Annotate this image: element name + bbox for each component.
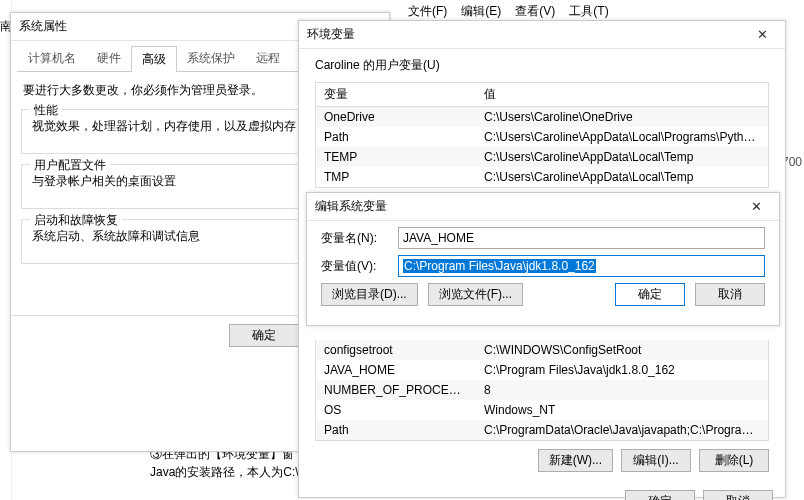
col-val[interactable]: 值 <box>476 83 768 106</box>
browse-file-button[interactable]: 浏览文件(F)... <box>428 283 523 306</box>
menu-view[interactable]: 查看(V) <box>511 2 559 20</box>
edit-title: 编辑系统变量 <box>315 198 387 215</box>
app-menubar: 文件(F) 编辑(E) 查看(V) 工具(T) <box>400 0 617 22</box>
tab-system-protection[interactable]: 系统保护 <box>176 45 246 71</box>
edit-ok-button[interactable]: 确定 <box>615 283 685 306</box>
var-value-label: 变量值(V): <box>321 258 386 275</box>
sys-new-button[interactable]: 新建(W)... <box>538 449 613 472</box>
system-vars-table[interactable]: configsetrootC:\WINDOWS\ConfigSetRootJAV… <box>315 340 769 441</box>
env-titlebar[interactable]: 环境变量 ✕ <box>299 21 785 49</box>
table-row[interactable]: JAVA_HOMEC:\Program Files\Java\jdk1.8.0_… <box>316 360 768 380</box>
table-row[interactable]: configsetrootC:\WINDOWS\ConfigSetRoot <box>316 340 768 360</box>
table-row[interactable]: PathC:\ProgramData\Oracle\Java\javapath;… <box>316 420 768 440</box>
close-icon[interactable]: ✕ <box>741 199 771 215</box>
col-var[interactable]: 变量 <box>316 83 476 106</box>
user-vars-label: Caroline 的用户变量(U) <box>315 57 769 74</box>
sys-delete-button[interactable]: 删除(L) <box>699 449 769 472</box>
startup-title: 启动和故障恢复 <box>30 212 122 229</box>
tab-advanced[interactable]: 高级 <box>131 46 177 72</box>
edit-cancel-button[interactable]: 取消 <box>695 283 765 306</box>
user-vars-table[interactable]: 变量 值 OneDriveC:\Users\Caroline\OneDriveP… <box>315 82 769 188</box>
browse-directory-button[interactable]: 浏览目录(D)... <box>321 283 418 306</box>
close-icon[interactable]: ✕ <box>747 27 777 43</box>
user-profile-title: 用户配置文件 <box>30 157 110 174</box>
edit-titlebar[interactable]: 编辑系统变量 ✕ <box>307 193 779 221</box>
sysprop-title: 系统属性 <box>19 18 67 35</box>
menu-tool[interactable]: 工具(T) <box>565 2 612 20</box>
sysprop-ok-button[interactable]: 确定 <box>229 324 299 347</box>
var-value-input[interactable]: C:\Program Files\Java\jdk1.8.0_162 <box>398 255 765 277</box>
table-row[interactable]: OSWindows_NT <box>316 400 768 420</box>
tab-remote[interactable]: 远程 <box>245 45 291 71</box>
var-name-input[interactable] <box>398 227 765 249</box>
tab-hardware[interactable]: 硬件 <box>86 45 132 71</box>
menu-edit[interactable]: 编辑(E) <box>457 2 505 20</box>
env-cancel-button[interactable]: 取消 <box>703 490 773 500</box>
env-title: 环境变量 <box>307 26 355 43</box>
performance-title: 性能 <box>30 102 62 119</box>
edit-system-variable-dialog: 编辑系统变量 ✕ 变量名(N): 变量值(V): C:\Program File… <box>306 192 780 326</box>
tab-computer-name[interactable]: 计算机名 <box>17 45 87 71</box>
table-row[interactable]: PathC:\Users\Caroline\AppData\Local\Prog… <box>316 127 768 147</box>
menu-file[interactable]: 文件(F) <box>404 2 451 20</box>
var-value-text: C:\Program Files\Java\jdk1.8.0_162 <box>403 259 596 273</box>
table-row[interactable]: NUMBER_OF_PROCESSORS8 <box>316 380 768 400</box>
sys-edit-button[interactable]: 编辑(I)... <box>621 449 691 472</box>
footer-line2: Java的安装路径，本人为C:\P <box>150 465 307 479</box>
table-row[interactable]: TEMPC:\Users\Caroline\AppData\Local\Temp <box>316 147 768 167</box>
table-row[interactable]: OneDriveC:\Users\Caroline\OneDrive <box>316 107 768 127</box>
table-row[interactable]: TMPC:\Users\Caroline\AppData\Local\Temp <box>316 167 768 187</box>
env-ok-button[interactable]: 确定 <box>625 490 695 500</box>
var-name-label: 变量名(N): <box>321 230 386 247</box>
